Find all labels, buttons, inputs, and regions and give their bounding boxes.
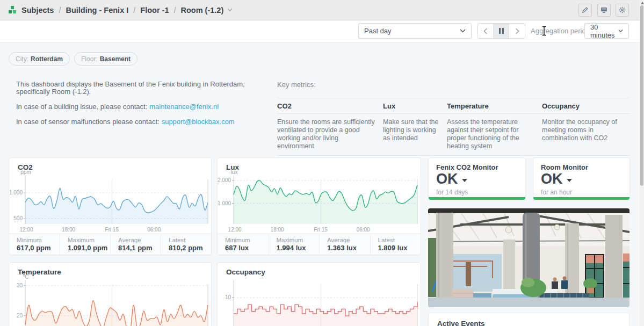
svg-text:lux: lux (231, 170, 238, 175)
key-metrics-cell: Monitor the occupancy of meeting rooms i… (542, 114, 630, 156)
svg-text:06:00: 06:00 (357, 227, 370, 233)
monitor-duration: for 14 days (436, 189, 468, 196)
chevron-right-icon (515, 28, 519, 34)
monitor-status-bar (429, 197, 525, 200)
room-photo (428, 208, 629, 307)
caret-down-icon (462, 179, 467, 182)
monitor-icon (600, 6, 607, 13)
scrollbar-thumb[interactable] (640, 5, 643, 186)
monitor-status: OK (436, 171, 458, 187)
display-button[interactable] (597, 4, 611, 17)
svg-text:Fri 15: Fri 15 (105, 227, 119, 233)
key-metrics-cell: Make sure that the lighting is working a… (383, 114, 447, 156)
breadcrumb-separator: / (133, 6, 135, 15)
previous-period-button[interactable] (478, 24, 494, 38)
lux-chart[interactable]: 12:0018:00Fri 1506:002.0001.000lux (218, 170, 421, 238)
description-line: In case of sensor malfunctions please co… (16, 118, 269, 126)
aggregation-period-select[interactable]: 30 minutes (584, 23, 629, 39)
monitor-duration: for an hour (541, 189, 572, 196)
pause-icon (499, 28, 504, 34)
breadcrumb: Subjects / Building - Fenix I / Floor -1… (9, 6, 233, 15)
svg-text:18:00: 18:00 (62, 227, 75, 233)
svg-text:ppm: ppm (20, 170, 31, 175)
svg-text:1.000: 1.000 (218, 200, 231, 206)
svg-text:1.000: 1.000 (9, 190, 23, 195)
breadcrumb-separator: / (173, 6, 176, 15)
breadcrumb-floor[interactable]: Floor -1 (140, 6, 169, 15)
scrollbar-up-arrow[interactable] (641, 2, 644, 4)
chevron-down-icon (618, 29, 623, 33)
co2-chart[interactable]: 12:0018:00Fri 1506:001.000500ppm (9, 170, 211, 238)
stat-maximum: Maximum1.091,0 ppm (60, 234, 110, 255)
subject-tags: City: Rotterdam Floor: Basement (9, 52, 138, 66)
description-line: In case of a building issue, please cont… (16, 103, 269, 111)
room-monitor-card: Room Monitor OK for an hour (533, 157, 630, 200)
dashboard-description: This dashboard displays the Basement of … (16, 81, 269, 133)
occupancy-chart[interactable]: 12:0018:00Fri 1506:0010 (218, 274, 421, 326)
time-step-controls (477, 23, 525, 39)
tag-value: Rotterdam (31, 55, 63, 63)
description-text: In case of a building issue, please cont… (16, 103, 147, 111)
pause-button[interactable] (494, 24, 509, 38)
time-range-select[interactable]: Past day (358, 23, 472, 39)
maintenance-email-link[interactable]: maintenance@fenix.nl (149, 103, 219, 111)
lux-stats: Minimum687 lux Maximum1.994 lux Average1… (218, 234, 421, 255)
stat-latest: Latest1.809 lux (370, 234, 421, 255)
co2-stats: Minimum617,0 ppm Maximum1.091,0 ppm Aver… (9, 234, 211, 255)
stat-maximum: Maximum1.994 lux (269, 234, 320, 255)
breadcrumb-bar: Subjects / Building - Fenix I / Floor -1… (0, 0, 644, 20)
pencil-icon (582, 6, 589, 13)
svg-text:Fri 15: Fri 15 (314, 227, 328, 233)
description-text: In case of sensor malfunctions please co… (16, 118, 160, 126)
occupancy-chart-card: Occupancy 12:0018:00Fri 1506:0010 (217, 262, 421, 326)
tag-floor: Floor: Basement (74, 52, 138, 66)
svg-text:500: 500 (13, 215, 23, 221)
stat-latest: Latest810,2 ppm (161, 234, 211, 255)
tag-label: Floor: (81, 55, 98, 63)
key-metrics-header: Lux (383, 98, 447, 114)
settings-button[interactable] (616, 4, 629, 17)
next-period-button[interactable] (509, 24, 525, 38)
toolbar: Past day Aggregation period: 30 minutes (0, 21, 644, 43)
monitor-status-bar (533, 197, 629, 200)
svg-text:06:00: 06:00 (147, 227, 161, 233)
stat-minimum: Minimum617,0 ppm (9, 234, 60, 255)
stat-minimum: Minimum687 lux (218, 234, 269, 255)
subjects-blocks-icon (9, 6, 17, 14)
key-metrics: Key metrics: CO2 Lux Temperature Occupan… (277, 81, 630, 156)
gear-icon (619, 6, 626, 13)
breadcrumb-subjects[interactable]: Subjects (21, 6, 54, 15)
breadcrumb-room-label: Room (-1.2) (181, 6, 224, 15)
aggregation-period-value: 30 minutes (590, 23, 618, 39)
caret-down-icon (567, 179, 572, 182)
svg-text:12:00: 12:00 (19, 227, 33, 233)
tag-value: Basement (100, 55, 131, 63)
breadcrumb-room-dropdown[interactable]: Room (-1.2) (181, 6, 233, 15)
svg-text:20: 20 (17, 313, 23, 318)
temperature-chart[interactable]: 12:0018:00Fri 1506:003020°C (9, 274, 211, 326)
support-email-link[interactable]: support@blockbax.com (162, 118, 235, 126)
tag-label: City: (16, 55, 28, 63)
edit-button[interactable] (578, 4, 592, 17)
svg-text:18:00: 18:00 (271, 227, 284, 233)
description-line: This dashboard displays the Basement of … (16, 81, 269, 96)
monitor-status-dropdown[interactable]: OK (436, 171, 467, 187)
key-metrics-title: Key metrics: (277, 81, 630, 89)
key-metrics-header: CO2 (277, 98, 383, 114)
breadcrumb-building[interactable]: Building - Fenix I (66, 6, 128, 15)
monitor-status-dropdown[interactable]: OK (541, 171, 572, 187)
stat-average: Average814,1 ppm (110, 234, 161, 255)
key-metrics-cell: Ensure the rooms are sufficiently ventil… (277, 114, 383, 156)
aggregation-period-label: Aggregation period: (531, 27, 591, 35)
time-range-value: Past day (364, 27, 392, 35)
active-events-title: Active Events (437, 320, 485, 326)
svg-text:12:00: 12:00 (228, 227, 242, 233)
svg-text:2.000: 2.000 (218, 177, 231, 183)
chevron-left-icon (483, 28, 488, 34)
key-metrics-cell: Assess the temperature against their set… (447, 114, 542, 156)
co2-chart-card: CO2 12:0018:00Fri 1506:001.000500ppm Min… (9, 157, 212, 255)
key-metrics-header: Temperature (447, 98, 542, 114)
header-actions (576, 4, 629, 17)
svg-text:10: 10 (225, 294, 231, 300)
key-metrics-table: CO2 Lux Temperature Occupancy Ensure the… (277, 98, 630, 156)
